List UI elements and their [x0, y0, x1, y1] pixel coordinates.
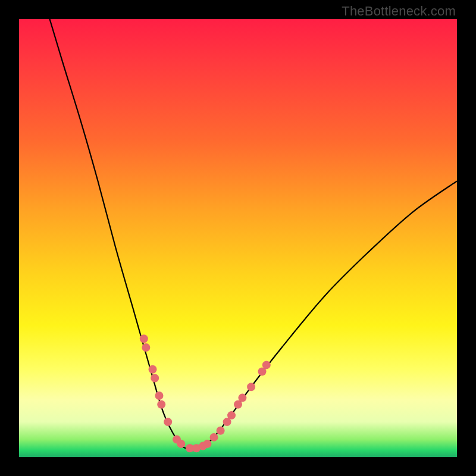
- data-point-marker: [203, 440, 212, 448]
- data-point-marker: [155, 392, 164, 400]
- attribution-watermark: TheBottleneck.com: [342, 4, 456, 19]
- data-point-marker: [164, 418, 172, 426]
- plot-area: [19, 19, 457, 457]
- data-point-markers: [140, 334, 271, 452]
- data-point-marker: [157, 400, 165, 409]
- data-point-marker: [238, 394, 246, 402]
- data-point-marker: [142, 343, 150, 352]
- bottleneck-curve-svg: [19, 19, 457, 457]
- data-point-marker: [177, 440, 185, 448]
- data-point-marker: [227, 411, 236, 419]
- data-point-marker: [247, 383, 255, 391]
- data-point-marker: [151, 374, 159, 383]
- chart-frame: TheBottleneck.com: [0, 0, 476, 476]
- data-point-marker: [140, 334, 148, 343]
- data-point-marker: [210, 433, 218, 441]
- data-point-marker: [262, 361, 271, 369]
- data-point-marker: [217, 427, 225, 435]
- data-point-marker: [149, 365, 157, 374]
